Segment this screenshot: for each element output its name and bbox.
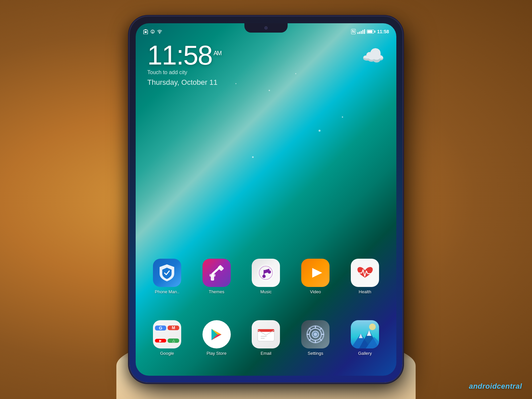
- email-icon: [252, 320, 280, 348]
- svg-point-14: [268, 270, 271, 274]
- themes-label: Themes: [209, 289, 224, 294]
- weather-widget[interactable]: ☁️: [362, 47, 385, 65]
- status-left: [143, 29, 162, 34]
- app-play-store[interactable]: Play Store: [198, 320, 235, 356]
- svg-marker-15: [312, 268, 322, 278]
- app-google-folder[interactable]: G M ▶ △: [149, 320, 185, 356]
- email-label: Email: [261, 351, 272, 356]
- sparkle-4: [252, 156, 254, 158]
- google-folder-icon: G M ▶ △: [153, 320, 181, 348]
- health-label: Health: [359, 289, 371, 294]
- settings-label: Settings: [308, 351, 323, 356]
- video-label: Video: [310, 289, 321, 294]
- app-themes[interactable]: Themes: [198, 259, 235, 294]
- weather-icon: ☁️: [362, 47, 385, 65]
- app-video[interactable]: Video: [297, 259, 334, 294]
- clock-widget[interactable]: 11:58AM Touch to add city Thursday, Octo…: [147, 42, 221, 87]
- sparkle-2: [319, 130, 321, 132]
- health-icon: [351, 259, 379, 287]
- nfc-icon: N: [351, 29, 356, 34]
- app-row-1: Phone Man.. Themes: [136, 259, 396, 294]
- app-phone-manager[interactable]: Phone Man..: [149, 259, 185, 294]
- play-store-label: Play Store: [206, 351, 226, 356]
- clock-subtitle: Touch to add city: [147, 69, 221, 75]
- svg-point-13: [262, 275, 266, 278]
- notch: [244, 23, 288, 33]
- clock-date: Thursday, October 11: [147, 78, 221, 87]
- gmail-icon: M: [168, 326, 179, 330]
- sparkle-1: [269, 90, 270, 91]
- settings-icon: [301, 320, 330, 348]
- phone-device: N: [130, 17, 402, 392]
- svg-rect-10: [217, 265, 224, 271]
- gallery-label: Gallery: [358, 351, 372, 356]
- svg-rect-1: [145, 31, 147, 33]
- play-store-icon: [202, 320, 231, 348]
- app-email[interactable]: Email: [248, 320, 284, 356]
- front-camera: [264, 26, 268, 30]
- video-icon: [301, 259, 330, 287]
- watermark-text: android: [469, 382, 497, 390]
- clock-time: 11:58AM: [147, 42, 221, 69]
- svg-marker-2: [144, 29, 147, 30]
- phone-manager-label: Phone Man..: [155, 289, 180, 294]
- youtube-icon: ▶: [155, 339, 167, 342]
- svg-rect-5: [152, 32, 153, 33]
- signal-icon: [357, 29, 365, 34]
- svg-rect-18: [261, 336, 267, 337]
- app-settings[interactable]: Settings: [297, 320, 334, 356]
- clock-ampm: AM: [213, 50, 221, 57]
- sparkle-3: [295, 73, 296, 74]
- svg-point-4: [152, 31, 153, 31]
- google-folder-label: Google: [160, 351, 174, 356]
- status-time: 11:58: [377, 29, 389, 34]
- sim-icon: [143, 29, 148, 34]
- svg-rect-19: [261, 338, 265, 339]
- phone-screen: N: [136, 23, 396, 376]
- notification-icon: [150, 29, 155, 34]
- wifi-icon: [157, 29, 162, 34]
- music-label: Music: [260, 289, 272, 294]
- status-right: N: [351, 29, 389, 34]
- watermark: androidcentral: [469, 382, 522, 391]
- music-icon: [252, 259, 280, 287]
- drive-icon: △: [168, 338, 179, 343]
- watermark-highlight: central: [497, 382, 522, 390]
- battery-icon: [367, 30, 375, 34]
- phone-manager-icon: [153, 259, 181, 287]
- app-gallery[interactable]: Gallery: [347, 320, 383, 356]
- app-music[interactable]: Music: [248, 259, 284, 294]
- sparkle-5: [342, 116, 343, 118]
- app-row-2: G M ▶ △: [136, 320, 396, 356]
- svg-point-33: [369, 324, 376, 330]
- google-g-icon: G: [155, 326, 167, 331]
- app-health[interactable]: Health: [347, 259, 383, 294]
- svg-point-6: [159, 33, 160, 34]
- svg-point-31: [314, 333, 317, 336]
- gallery-icon: [351, 320, 379, 348]
- themes-icon: [202, 259, 231, 287]
- sparkle-6: [235, 83, 236, 84]
- phone-body: N: [130, 17, 402, 382]
